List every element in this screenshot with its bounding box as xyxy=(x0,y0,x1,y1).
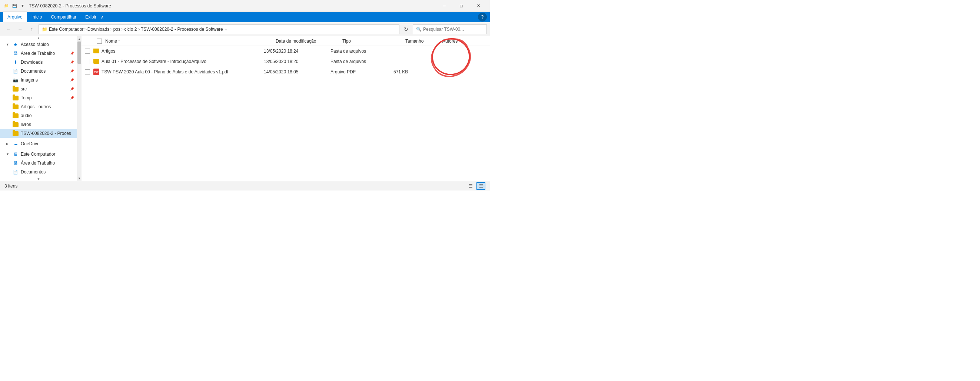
help-button[interactable]: ? xyxy=(478,13,487,21)
file-row-type-pdf: Arquivo PDF xyxy=(331,69,393,75)
title-bar-controls: ─ □ ✕ xyxy=(436,0,487,12)
path-sep-4: > xyxy=(137,27,140,32)
images-icon: 📷 xyxy=(13,77,19,83)
aula01-folder-icon-row xyxy=(93,59,99,64)
up-button[interactable]: ↑ xyxy=(27,24,37,35)
pdf-icon-row: PDF xyxy=(93,69,99,75)
file-row-date-aula01: 13/05/2020 18:20 xyxy=(264,59,331,64)
menu-tab-exibir[interactable]: Exibir xyxy=(81,12,101,22)
view-list-button[interactable]: ☷ xyxy=(476,182,485,190)
col-header-name[interactable]: Nome ⌃ xyxy=(105,38,276,44)
sidebar-item-desktop[interactable]: 🖶 Área de Trabalho 📌 xyxy=(0,49,77,58)
menu-tab-compartilhar[interactable]: Compartilhar xyxy=(46,12,81,22)
ribbon-collapse-icon[interactable]: ∧ xyxy=(101,15,104,20)
search-input[interactable] xyxy=(423,27,484,32)
sidebar-audio-label: audio xyxy=(21,113,74,118)
sidebar-item-computer-documents[interactable]: 📄 Documentos xyxy=(0,167,77,176)
onedrive-expand-icon: ▶ xyxy=(6,142,10,146)
path-sep-2: > xyxy=(110,27,112,32)
file-row-type-aula01: Pasta de arquivos xyxy=(331,59,393,64)
livros-folder-icon xyxy=(13,121,19,128)
dropdown-icon[interactable]: ▼ xyxy=(19,3,26,9)
scrollbar-thumb[interactable] xyxy=(78,41,81,64)
scrollbar-up-btn[interactable]: ▲ xyxy=(77,36,81,41)
sidebar-temp-label: Temp xyxy=(21,95,68,100)
col-header-authors[interactable]: Autores xyxy=(442,38,487,44)
file-checkbox-1[interactable] xyxy=(85,49,90,54)
pin-icon-src: 📌 xyxy=(70,87,74,91)
sidebar-computer-section: ▼ 🖥 Este Computador 🖶 Área de Trabalho 📄… xyxy=(0,149,77,177)
sidebar-item-downloads[interactable]: ⬇ Downloads 📌 xyxy=(0,58,77,67)
sidebar-quick-access-label: Acesso rápido xyxy=(21,42,74,47)
save-icon[interactable]: 💾 xyxy=(11,3,18,9)
pin-icon-downloads: 📌 xyxy=(70,61,74,64)
path-downloads: Downloads xyxy=(88,27,109,32)
sidebar-item-livros[interactable]: livros xyxy=(0,120,77,129)
sidebar-item-quick-access[interactable]: ▼ ★ Acesso rápido xyxy=(0,40,77,49)
file-checkbox-2[interactable] xyxy=(85,59,90,64)
sidebar-item-computer-desktop[interactable]: 🖶 Área de Trabalho xyxy=(0,159,77,167)
maximize-button[interactable]: □ xyxy=(453,0,470,12)
search-box[interactable]: 🔍 xyxy=(413,24,487,34)
header-checkbox[interactable] xyxy=(97,38,102,44)
file-row-type-artigos: Pasta de arquivos xyxy=(331,49,393,54)
col-header-date[interactable]: Data de modificação xyxy=(276,38,342,44)
file-row-artigos[interactable]: Artigos 13/05/2020 18:24 Pasta de arquiv… xyxy=(81,46,490,56)
documents-icon: 📄 xyxy=(13,68,19,74)
artigos-folder-icon xyxy=(13,104,19,110)
sidebar-item-onedrive[interactable]: ▶ ☁ OneDrive xyxy=(0,139,77,148)
sidebar-item-src[interactable]: src 📌 xyxy=(0,84,77,93)
sidebar-item-tsw[interactable]: TSW-0082020-2 - Proces xyxy=(0,129,77,138)
sidebar-scroll-up[interactable]: ▲ xyxy=(0,36,77,39)
scrollbar-track xyxy=(77,41,81,176)
scrollbar-down-btn[interactable]: ▼ xyxy=(77,176,81,181)
refresh-button[interactable]: ↻ xyxy=(401,24,411,35)
col-type-label: Tipo xyxy=(342,38,351,44)
computer-expand-icon: ▼ xyxy=(6,152,10,156)
forward-button[interactable]: → xyxy=(15,24,25,35)
col-name-label: Nome xyxy=(105,38,117,44)
file-checkbox-3[interactable] xyxy=(85,69,90,75)
file-area: Nome ⌃ Data de modificação Tipo Tamanho … xyxy=(81,36,490,181)
path-dropdown-icon[interactable]: ⌄ xyxy=(223,24,229,34)
back-button[interactable]: ← xyxy=(3,24,13,35)
address-path[interactable]: 📁Este Computador > Downloads > pos > cic… xyxy=(38,24,399,34)
file-row-pdf[interactable]: PDF TSW PSW 2020 Aula 00 - Plano de Aula… xyxy=(81,67,490,77)
sidebar-item-temp[interactable]: Temp 📌 xyxy=(0,93,77,102)
file-row-name-artigos: Artigos xyxy=(93,49,264,54)
path-ciclo: ciclo 2 xyxy=(124,27,137,32)
view-details-button[interactable]: ☰ xyxy=(466,182,475,190)
sidebar-src-label: src xyxy=(21,86,68,92)
col-date-label: Data de modificação xyxy=(276,38,316,44)
file-list: Artigos 13/05/2020 18:24 Pasta de arquiv… xyxy=(81,46,490,181)
menu-tab-inicio[interactable]: Início xyxy=(27,12,47,22)
sidebar-item-documents[interactable]: 📄 Documentos 📌 xyxy=(0,67,77,76)
sidebar-item-computer[interactable]: ▼ 🖥 Este Computador xyxy=(0,150,77,159)
file-row-aula01[interactable]: Aula 01 - Processos de Software - Introd… xyxy=(81,56,490,67)
col-header-type[interactable]: Tipo xyxy=(342,38,405,44)
sidebar-scroll-down[interactable]: ▼ xyxy=(0,177,77,180)
file-row-date-pdf: 14/05/2020 18:05 xyxy=(264,69,331,75)
title-bar: 📁 💾 ▼ TSW-0082020-2 - Processos de Softw… xyxy=(0,0,490,12)
sidebar-item-audio[interactable]: audio xyxy=(0,111,77,120)
sidebar-onedrive-section: ▶ ☁ OneDrive xyxy=(0,139,77,149)
menu-tab-arquivo[interactable]: Arquivo xyxy=(3,12,27,22)
file-row-check-3 xyxy=(81,69,93,75)
temp-folder-icon xyxy=(13,95,19,101)
minimize-button[interactable]: ─ xyxy=(436,0,453,12)
header-check-col xyxy=(93,38,105,44)
file-header: Nome ⌃ Data de modificação Tipo Tamanho … xyxy=(81,36,490,46)
col-authors-label: Autores xyxy=(442,38,458,44)
col-header-size[interactable]: Tamanho xyxy=(405,38,442,44)
file-row-check-1 xyxy=(81,49,93,54)
path-computer: 📁Este Computador xyxy=(42,27,83,32)
close-button[interactable]: ✕ xyxy=(470,0,487,12)
sidebar-item-artigos-outros[interactable]: Artigos - outros xyxy=(0,102,77,111)
sidebar-scrollbar[interactable]: ▲ ▼ xyxy=(77,36,81,181)
audio-folder-icon xyxy=(13,113,19,119)
sidebar-artigos-label: Artigos - outros xyxy=(21,104,74,109)
search-icon: 🔍 xyxy=(416,27,422,32)
computer-desktop-icon: 🖶 xyxy=(13,160,19,166)
menu-bar: Arquivo Início Compartilhar Exibir ∧ ? xyxy=(0,12,490,22)
sidebar-item-images[interactable]: 📷 Imagens 📌 xyxy=(0,76,77,84)
